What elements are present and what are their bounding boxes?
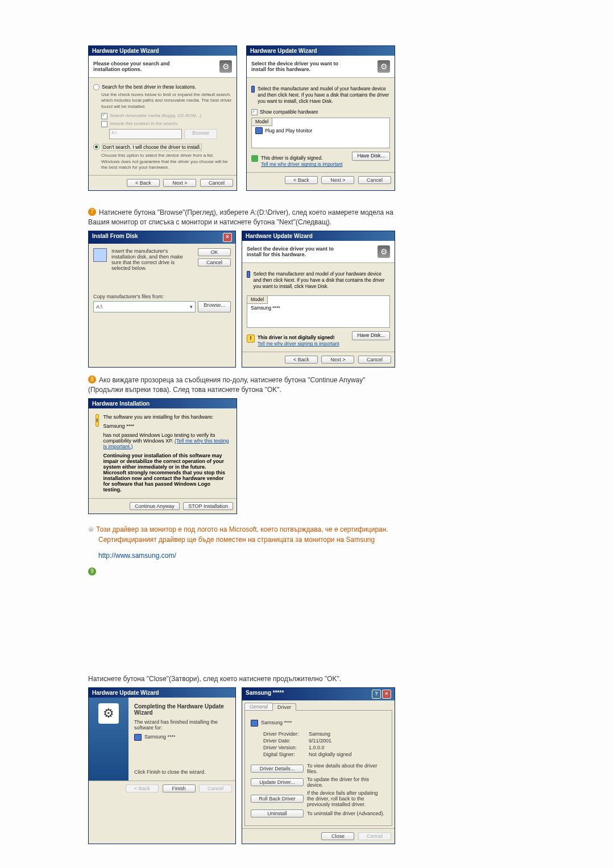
back-button[interactable]: < Back: [285, 176, 318, 184]
stop-installation-button[interactable]: STOP Installation: [183, 502, 233, 510]
wizard-titlebar: Hardware Update Wizard: [89, 46, 237, 56]
wizard-select-driver: Hardware Update Wizard Select the device…: [246, 45, 395, 191]
step-badge-8: 8: [88, 375, 96, 383]
tab-driver[interactable]: Driver: [272, 703, 296, 711]
cancel-button[interactable]: Cancel: [198, 258, 231, 266]
version-label: Driver Version:: [263, 745, 309, 750]
cancel-button[interactable]: Cancel: [358, 176, 391, 184]
next-button[interactable]: Next >: [163, 179, 196, 187]
gear-icon: [377, 245, 390, 258]
completing-device: Samsung ****: [144, 734, 176, 740]
checkbox-include-location: Include this location in the search:: [101, 121, 232, 127]
wizard-footer: < Back Next > Cancel: [89, 175, 237, 190]
update-driver-button[interactable]: Update Driver...: [251, 778, 304, 786]
browse-button[interactable]: Browse...: [198, 301, 231, 312]
chevron-down-icon: ▾: [190, 304, 193, 310]
radio-icon: [93, 144, 99, 150]
checkbox-search-media: Search removable media (floppy, CD-ROM..…: [101, 113, 232, 119]
samsung-link[interactable]: http://www.samsung.com/: [98, 552, 176, 560]
completing-title: Completing the Hardware Update Wizard: [134, 703, 230, 716]
next-button[interactable]: Next >: [321, 176, 354, 184]
wizard-header: Select the device driver you want to ins…: [247, 56, 395, 78]
driver-select-desc: Select the manufacturer and model of you…: [253, 271, 390, 290]
continue-anyway-button[interactable]: Continue Anyway: [130, 502, 180, 510]
close-icon[interactable]: ×: [382, 690, 391, 699]
close-button[interactable]: Close: [321, 832, 354, 840]
provider-label: Driver Provider:: [263, 731, 309, 737]
have-disk-button[interactable]: Have Disk...: [352, 331, 390, 340]
update-desc: To update the driver for this device.: [307, 777, 386, 788]
step-8-text: 8Ако виждате прозореца за съобщения по-д…: [88, 375, 395, 395]
wizard-sidebar-image: [89, 698, 128, 781]
step-badge-9: 9: [88, 567, 96, 575]
provider-value: Samsung: [309, 731, 330, 737]
hw-warning-bold: Continuing your installation of this sof…: [103, 453, 230, 493]
checkbox-icon: [101, 121, 107, 127]
reference-mark: ※: [88, 525, 94, 533]
gear-icon: [377, 60, 390, 73]
model-item[interactable]: Plug and Play Monitor: [252, 126, 389, 135]
wizard-titlebar: Hardware Update Wizard: [89, 688, 235, 698]
completing-done: The wizard has finished installing the s…: [134, 719, 230, 731]
path-input: A:\: [109, 129, 182, 139]
wizard-header: Please choose your search and installati…: [89, 56, 237, 78]
wizard-select-driver-samsung: Hardware Update Wizard Select the device…: [242, 231, 395, 368]
radio2-description: Choose this option to select the device …: [101, 153, 232, 170]
monitor-icon: [255, 127, 263, 134]
path-dropdown[interactable]: A:\ ▾: [93, 301, 196, 312]
tab-general[interactable]: General: [244, 703, 273, 710]
date-label: Driver Date:: [263, 738, 309, 744]
copy-from-label: Copy manufacturer's files from:: [93, 294, 231, 299]
signature-status: This driver is digitally signed. Tell me…: [251, 155, 343, 168]
signing-info-link[interactable]: Tell me why driver signing is important: [258, 341, 339, 347]
help-icon[interactable]: ?: [372, 690, 381, 699]
date-value: 9/11/2001: [309, 738, 331, 744]
ok-button[interactable]: OK: [198, 248, 231, 256]
install-from-disk-dialog: Install From Disk × Insert the manufactu…: [88, 231, 236, 368]
next-button[interactable]: Next >: [321, 356, 354, 364]
wizard-search-options: Hardware Update Wizard Please choose you…: [88, 45, 237, 191]
model-item[interactable]: Samsung ****: [247, 304, 389, 312]
radio-dont-search[interactable]: Don't search. I will choose the driver t…: [93, 144, 232, 151]
signer-value: Not digitally signed: [309, 752, 352, 757]
hw-line1: The software you are installing for this…: [103, 414, 230, 420]
cancel-button[interactable]: Cancel: [200, 179, 233, 187]
radio1-description: Use the check boxes below to limit or ex…: [101, 92, 232, 110]
signature-status: ! This driver is not digitally signed! T…: [247, 335, 339, 347]
signing-info-link[interactable]: Tell me why driver signing is important: [261, 161, 343, 168]
rollback-driver-button[interactable]: Roll Back Driver: [251, 795, 304, 803]
step-badge-7: 7: [88, 208, 96, 216]
step-9-text: Натиснете бутона "Close"(Затвори), след …: [88, 674, 395, 684]
driver-select-desc: Select the manufacturer and model of you…: [258, 86, 390, 105]
driver-details-button[interactable]: Driver Details...: [251, 765, 304, 773]
wizard-header: Select the device driver you want to ins…: [242, 241, 395, 263]
wizard-footer: < Back Next > Cancel: [242, 352, 395, 367]
uninstall-desc: To uninstall the driver (Advanced).: [307, 811, 386, 816]
wizard-footer: < Back Next > Cancel: [247, 172, 395, 187]
monitor-icon: [247, 271, 250, 278]
finish-button[interactable]: Finish: [163, 784, 196, 792]
close-icon[interactable]: ×: [223, 233, 232, 242]
monitor-icon: [251, 720, 258, 727]
back-button[interactable]: < Back: [285, 356, 318, 364]
wizard-heading: Select the device driver you want to ins…: [247, 246, 349, 257]
checkbox-show-compatible[interactable]: Show compatible hardware: [251, 109, 390, 115]
details-desc: To view details about the driver files.: [307, 763, 386, 774]
model-list: Model Plug and Play Monitor: [251, 118, 390, 148]
tabs: General Driver: [244, 703, 395, 710]
finish-hint: Click Finish to close the wizard.: [134, 769, 230, 775]
uninstall-button[interactable]: Uninstall: [251, 809, 304, 817]
dialog-titlebar: Install From Disk ×: [89, 231, 235, 244]
have-disk-button[interactable]: Have Disk...: [352, 152, 390, 161]
warning-icon: !: [96, 414, 99, 427]
version-value: 1.0.0.0: [309, 745, 325, 750]
cancel-button[interactable]: Cancel: [358, 356, 391, 364]
dialog-footer: Continue Anyway STOP Installation: [89, 498, 237, 514]
radio-search-locations[interactable]: Search for the best driver in these loca…: [93, 84, 232, 90]
back-button[interactable]: < Back: [127, 179, 160, 187]
wizard-pair: Hardware Update Wizard Please choose you…: [88, 45, 395, 191]
signer-label: Digital Signer:: [263, 752, 309, 757]
hw-device: Samsung ****: [103, 423, 230, 429]
device-name: Samsung ****: [261, 720, 292, 725]
cert-note: ※Този драйвер за монитор е под логото на…: [88, 524, 395, 545]
